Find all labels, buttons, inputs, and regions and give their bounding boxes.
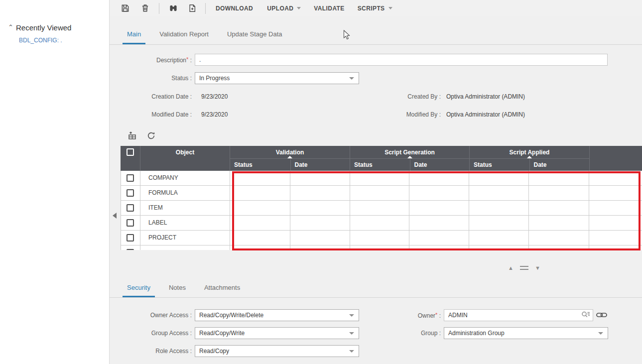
toolbar-separator bbox=[159, 3, 159, 14]
tab-validation-report[interactable]: Validation Report bbox=[155, 30, 213, 44]
main-tabbar: Main Validation Report Update Stage Data bbox=[110, 16, 642, 45]
download-button[interactable]: DOWNLOAD bbox=[216, 5, 253, 12]
chevron-down-icon bbox=[598, 332, 603, 335]
table-row-partial[interactable] bbox=[121, 245, 642, 250]
group-access-dropdown[interactable]: Read/Copy/Write bbox=[195, 327, 359, 339]
object-cell: LABEL bbox=[140, 216, 230, 230]
object-cell: FORMULA bbox=[140, 186, 230, 200]
find-icon[interactable] bbox=[168, 3, 178, 13]
table-row[interactable]: COMPANY bbox=[121, 171, 642, 186]
new-document-icon[interactable] bbox=[187, 3, 197, 13]
role-access-label: Role Access bbox=[120, 348, 192, 355]
splitter-collapse-down-icon[interactable]: ▼ bbox=[535, 264, 540, 271]
column-header-script-generation-date[interactable]: Date bbox=[410, 159, 470, 171]
object-cell: ITEM bbox=[140, 201, 230, 215]
column-group-script-generation[interactable]: Script Generation Status Date bbox=[350, 146, 469, 171]
creation-date-value: 9/23/2020 bbox=[201, 93, 228, 100]
object-cell: PROJECT bbox=[140, 231, 230, 245]
column-header-validation-date[interactable]: Date bbox=[290, 159, 350, 171]
chevron-down-icon bbox=[349, 350, 354, 353]
toolbar-separator bbox=[205, 3, 206, 14]
header-checkbox-cell bbox=[121, 146, 140, 171]
pane-splitter: ▲ ▼ bbox=[508, 264, 540, 271]
tab-main[interactable]: Main bbox=[123, 30, 145, 44]
status-dropdown[interactable]: In Progress bbox=[195, 72, 359, 84]
status-label: Status bbox=[120, 75, 192, 82]
group-dropdown[interactable]: Administration Group bbox=[444, 327, 608, 339]
column-header-script-applied-date[interactable]: Date bbox=[529, 159, 590, 171]
row-checkbox[interactable] bbox=[127, 234, 134, 242]
tab-attachments[interactable]: Attachments bbox=[200, 284, 245, 297]
row-checkbox[interactable] bbox=[127, 174, 134, 182]
table-row[interactable]: ITEM bbox=[121, 201, 642, 216]
column-group-validation[interactable]: Validation Status Date bbox=[230, 146, 350, 171]
detail-tabbar: Security Notes Attachments bbox=[110, 279, 642, 298]
chevron-down-icon bbox=[388, 7, 392, 9]
refresh-icon[interactable] bbox=[146, 131, 156, 140]
table-body: COMPANY FORMULA ITEM LABEL PROJECT bbox=[121, 171, 642, 250]
description-label: Description* bbox=[120, 56, 192, 64]
column-header-object[interactable]: Object bbox=[140, 146, 230, 171]
owner-input[interactable] bbox=[444, 309, 593, 321]
link-icon[interactable] bbox=[596, 311, 607, 319]
sidebar-collapse-icon[interactable] bbox=[113, 213, 117, 219]
column-group-script-applied[interactable]: Script Applied Status Date bbox=[469, 146, 589, 171]
validate-button[interactable]: VALIDATE bbox=[314, 5, 344, 12]
recent-item-link[interactable]: BDL_CONFIG: . bbox=[19, 37, 62, 44]
lookup-icon[interactable] bbox=[581, 311, 591, 319]
row-checkbox[interactable] bbox=[127, 249, 134, 250]
created-by-value: Optiva Administrator (ADMIN) bbox=[446, 93, 525, 100]
delete-icon[interactable] bbox=[140, 3, 150, 13]
select-all-checkbox[interactable] bbox=[127, 148, 134, 156]
chevron-down-icon bbox=[349, 314, 354, 317]
row-checkbox[interactable] bbox=[127, 204, 134, 212]
role-access-dropdown[interactable]: Read/Copy bbox=[195, 345, 359, 357]
table-row[interactable]: LABEL bbox=[121, 216, 642, 231]
owner-access-label: Owner Access bbox=[120, 312, 192, 319]
save-icon[interactable] bbox=[120, 3, 130, 13]
row-checkbox[interactable] bbox=[127, 189, 134, 197]
column-header-empty bbox=[589, 146, 642, 171]
upload-button[interactable]: UPLOAD bbox=[267, 5, 301, 12]
splitter-collapse-up-icon[interactable]: ▲ bbox=[508, 264, 514, 271]
table-header: Object Validation Status Date Script Gen… bbox=[121, 146, 642, 171]
object-cell: COMPANY bbox=[140, 171, 230, 185]
scripts-button[interactable]: SCRIPTS bbox=[358, 5, 392, 12]
sidebar: ⌃ Recently Viewed BDL_CONFIG: . bbox=[0, 0, 110, 364]
modified-date-value: 9/23/2020 bbox=[201, 111, 228, 118]
tab-notes[interactable]: Notes bbox=[164, 284, 190, 297]
column-header-validation-status[interactable]: Status bbox=[230, 159, 290, 171]
chevron-down-icon bbox=[349, 77, 354, 80]
description-input[interactable] bbox=[195, 54, 608, 66]
created-by-label: Created By bbox=[369, 93, 441, 100]
recently-viewed-header[interactable]: Recently Viewed bbox=[16, 23, 71, 32]
chevron-up-icon[interactable]: ⌃ bbox=[8, 23, 13, 31]
modified-by-value: Optiva Administrator (ADMIN) bbox=[446, 111, 525, 118]
owner-access-dropdown[interactable]: Read/Copy/Write/Delete bbox=[195, 309, 359, 321]
object-status-table: Object Validation Status Date Script Gen… bbox=[121, 146, 642, 250]
group-label: Group bbox=[369, 330, 441, 337]
splitter-grip[interactable] bbox=[520, 266, 528, 270]
modified-by-label: Modified By bbox=[369, 111, 441, 118]
export-grid-icon[interactable] bbox=[128, 131, 137, 140]
tab-update-stage-data[interactable]: Update Stage Data bbox=[223, 30, 287, 44]
creation-date-label: Creation Date bbox=[120, 93, 192, 100]
chevron-down-icon bbox=[349, 332, 354, 335]
chevron-down-icon bbox=[297, 7, 301, 9]
row-checkbox[interactable] bbox=[127, 219, 134, 227]
toolbar: DOWNLOAD UPLOAD VALIDATE SCRIPTS bbox=[110, 0, 642, 16]
tab-security[interactable]: Security bbox=[123, 284, 155, 297]
group-access-label: Group Access bbox=[120, 330, 192, 337]
modified-date-label: Modified Date bbox=[120, 111, 192, 118]
column-header-script-generation-status[interactable]: Status bbox=[350, 159, 410, 171]
owner-label: Owner* bbox=[369, 312, 441, 319]
column-header-script-applied-status[interactable]: Status bbox=[470, 159, 529, 171]
table-row[interactable]: PROJECT bbox=[121, 231, 642, 245]
table-row[interactable]: FORMULA bbox=[121, 186, 642, 201]
